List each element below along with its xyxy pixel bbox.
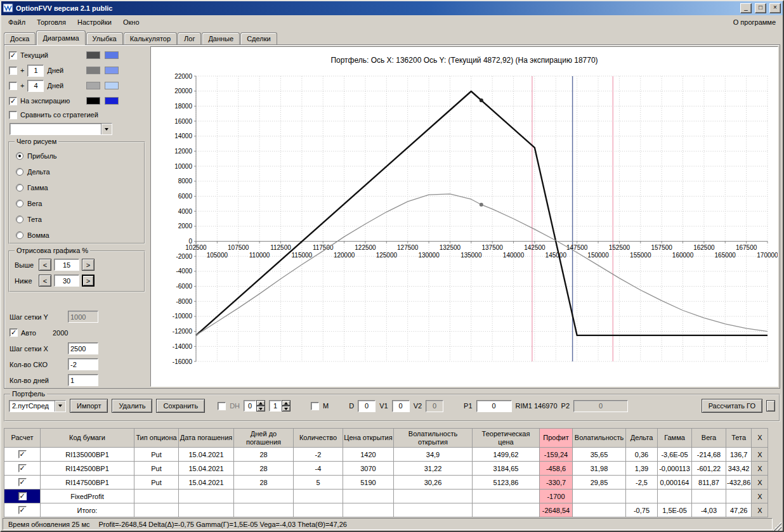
svg-text:160000: 160000 <box>672 252 694 259</box>
column-header-3: Дата погашения <box>179 429 234 448</box>
dh-checkbox[interactable] <box>218 402 226 410</box>
draw-option-4[interactable]: Тета <box>10 211 144 227</box>
p2-label: P2 <box>561 402 570 410</box>
minimize-button[interactable]: _ <box>740 3 752 13</box>
d-input[interactable] <box>358 400 376 412</box>
maximize-button[interactable]: □ <box>755 3 766 13</box>
spin-down-icon[interactable] <box>256 406 265 412</box>
menu-item-3[interactable]: Окно <box>117 16 145 28</box>
spin-up-icon[interactable] <box>256 400 265 406</box>
above-increase-button[interactable]: > <box>82 259 95 271</box>
plus4-checkbox[interactable] <box>9 82 17 90</box>
svg-text:127500: 127500 <box>397 244 419 251</box>
days-count-input[interactable] <box>68 374 98 386</box>
menu-item-1[interactable]: Торговля <box>31 16 72 28</box>
current-checkbox[interactable]: ✓ <box>9 51 17 60</box>
m-checkbox[interactable] <box>311 402 319 410</box>
row-checkbox[interactable]: ✓ <box>18 478 27 486</box>
menu-item-0[interactable]: Файл <box>3 16 31 28</box>
spin-down-icon[interactable] <box>282 406 291 412</box>
delete-button[interactable]: Удалить <box>112 399 152 413</box>
chart-svg[interactable]: 1025001050001075001100001125001150001175… <box>151 68 778 368</box>
calculate-go-button[interactable]: Рассчитать ГО <box>702 399 762 413</box>
svg-text:137500: 137500 <box>481 244 503 251</box>
menu-item-2[interactable]: Настройки <box>72 16 117 28</box>
cell: -2,5 <box>626 476 658 490</box>
svg-text:2000: 2000 <box>178 223 193 230</box>
chevron-down-icon[interactable] <box>55 401 65 412</box>
cell: 29,85 <box>573 476 626 490</box>
row-calc-cell[interactable]: ✓ <box>4 462 41 476</box>
row-checkbox[interactable]: ✓ <box>18 506 27 514</box>
resize-grip[interactable] <box>773 522 781 531</box>
sko-count-input[interactable] <box>68 358 98 370</box>
import-button[interactable]: Импорт <box>70 399 108 413</box>
dh-spin2-input[interactable] <box>269 400 282 412</box>
expiration-checkbox[interactable]: ✓ <box>9 97 17 105</box>
cell <box>573 490 626 503</box>
chart-settings-panel: ✓ Текущий + Дней + <box>4 45 149 388</box>
row-checkbox[interactable]: ✓ <box>18 450 27 458</box>
row-calc-cell[interactable]: ✓ <box>4 476 41 490</box>
compare-strategy-checkbox[interactable] <box>9 111 17 119</box>
cell: Итого: <box>41 503 134 517</box>
v1-input[interactable] <box>392 400 410 412</box>
row-delete-button[interactable]: X <box>752 462 768 476</box>
column-header-13: Вега <box>692 429 726 448</box>
cell <box>394 503 473 517</box>
grid-step-y-row: Шаг сетки Y <box>4 309 149 325</box>
grid-step-x-input[interactable] <box>68 342 98 354</box>
cell <box>343 503 394 517</box>
days-input-1[interactable] <box>27 65 44 77</box>
tab-6[interactable]: Сделки <box>240 32 277 44</box>
tab-1[interactable]: Диаграмма <box>36 30 85 45</box>
column-header-10: Волатильность <box>573 429 626 448</box>
draw-option-5[interactable]: Вомма <box>10 227 144 243</box>
portfolio-select[interactable]: 2.путСпред <box>9 400 66 412</box>
row-checkbox[interactable]: ✓ <box>18 492 27 500</box>
draw-option-0[interactable]: Прибыль <box>10 148 144 164</box>
below-decrease-button[interactable]: < <box>39 275 51 287</box>
tab-3[interactable]: Калькулятор <box>124 32 177 44</box>
row-calc-cell[interactable]: ✓ <box>4 448 41 462</box>
curve-row-plus1: + Дней <box>4 63 149 78</box>
tab-0[interactable]: Доска <box>4 32 36 44</box>
dh-label: DH <box>230 402 240 410</box>
dh-spin1-input[interactable] <box>244 400 256 412</box>
tab-4[interactable]: Лог <box>178 32 201 44</box>
p1-label: P1 <box>464 402 472 410</box>
draw-option-1[interactable]: Дельта <box>10 164 144 179</box>
below-increase-button[interactable]: > <box>82 275 95 287</box>
row-delete-button[interactable]: X <box>752 503 768 517</box>
tab-5[interactable]: Данные <box>202 32 240 44</box>
close-button[interactable]: × <box>769 3 781 13</box>
draw-option-2[interactable]: Гамма <box>10 179 144 195</box>
row-delete-button[interactable]: X <box>752 490 768 503</box>
row-delete-button[interactable]: X <box>752 476 768 490</box>
row-calc-cell[interactable]: ✓ <box>4 490 41 503</box>
spin-up-icon[interactable] <box>282 400 291 406</box>
draw-option-label: Тета <box>27 216 42 223</box>
p1-input[interactable] <box>476 400 512 412</box>
below-percent-input[interactable] <box>54 275 79 287</box>
column-header-9: Профит <box>540 429 573 448</box>
plus1-checkbox[interactable] <box>9 67 17 75</box>
row-calc-cell[interactable]: ✓ <box>4 503 41 517</box>
above-decrease-button[interactable]: < <box>39 259 51 271</box>
tab-2[interactable]: Улыбка <box>86 32 123 44</box>
save-button[interactable]: Сохранить <box>156 399 205 413</box>
collapse-button[interactable] <box>766 400 775 412</box>
auto-checkbox[interactable]: ✓ <box>10 328 18 337</box>
row-checkbox[interactable]: ✓ <box>18 464 27 472</box>
portfolio-toolbar: 2.путСпред Импорт Удалить Сохранить DH M… <box>5 395 779 415</box>
dh-spinner-1 <box>244 400 265 412</box>
strategy-compare-select[interactable] <box>10 123 112 135</box>
row-delete-button[interactable]: X <box>752 448 768 462</box>
days-input-2[interactable] <box>27 80 44 92</box>
draw-option-3[interactable]: Вега <box>10 195 144 211</box>
svg-text:157500: 157500 <box>651 244 672 251</box>
menu-about[interactable]: О программе <box>728 16 781 28</box>
chevron-down-icon[interactable] <box>101 124 112 134</box>
cell <box>726 490 752 503</box>
above-percent-input[interactable] <box>54 259 79 271</box>
